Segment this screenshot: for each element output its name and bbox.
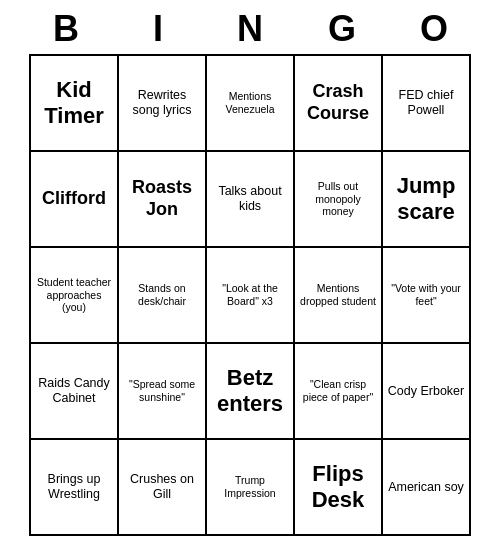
- bingo-header: B I N G O: [20, 8, 480, 50]
- bingo-cell-1[interactable]: Rewrites song lyrics: [119, 56, 207, 152]
- bingo-cell-23[interactable]: Flips Desk: [295, 440, 383, 536]
- bingo-cell-17[interactable]: Betz enters: [207, 344, 295, 440]
- bingo-cell-10[interactable]: Student teacher approaches (you): [31, 248, 119, 344]
- bingo-cell-5[interactable]: Clifford: [31, 152, 119, 248]
- header-n: N: [206, 8, 294, 50]
- bingo-cell-19[interactable]: Cody Erboker: [383, 344, 471, 440]
- header-b: B: [22, 8, 110, 50]
- bingo-cell-21[interactable]: Crushes on Gill: [119, 440, 207, 536]
- bingo-cell-7[interactable]: Talks about kids: [207, 152, 295, 248]
- header-i: I: [114, 8, 202, 50]
- bingo-cell-3[interactable]: Crash Course: [295, 56, 383, 152]
- bingo-cell-11[interactable]: Stands on desk/chair: [119, 248, 207, 344]
- bingo-cell-0[interactable]: Kid Timer: [31, 56, 119, 152]
- header-g: G: [298, 8, 386, 50]
- bingo-cell-18[interactable]: "Clean crisp piece of paper": [295, 344, 383, 440]
- bingo-grid: Kid TimerRewrites song lyricsMentions Ve…: [29, 54, 471, 536]
- bingo-cell-9[interactable]: Jump scare: [383, 152, 471, 248]
- bingo-cell-13[interactable]: Mentions dropped student: [295, 248, 383, 344]
- bingo-cell-15[interactable]: Raids Candy Cabinet: [31, 344, 119, 440]
- bingo-cell-4[interactable]: FED chief Powell: [383, 56, 471, 152]
- header-o: O: [390, 8, 478, 50]
- bingo-cell-24[interactable]: American soy: [383, 440, 471, 536]
- bingo-cell-6[interactable]: Roasts Jon: [119, 152, 207, 248]
- bingo-cell-8[interactable]: Pulls out monopoly money: [295, 152, 383, 248]
- bingo-cell-12[interactable]: "Look at the Board" x3: [207, 248, 295, 344]
- bingo-cell-2[interactable]: Mentions Venezuela: [207, 56, 295, 152]
- bingo-cell-14[interactable]: "Vote with your feet": [383, 248, 471, 344]
- bingo-cell-16[interactable]: "Spread some sunshine": [119, 344, 207, 440]
- bingo-cell-20[interactable]: Brings up Wrestling: [31, 440, 119, 536]
- bingo-cell-22[interactable]: Trump Impression: [207, 440, 295, 536]
